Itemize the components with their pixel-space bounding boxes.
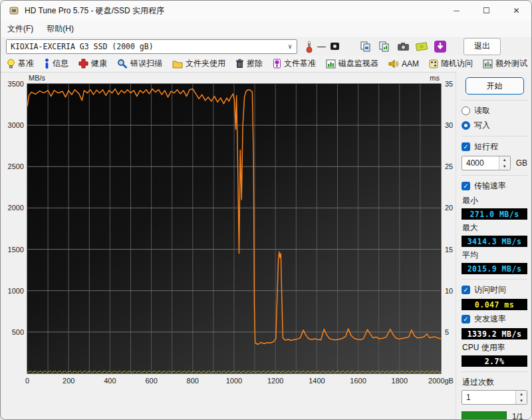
tab-extra-tests[interactable]: 额外测试 [479, 56, 531, 71]
tab-info[interactable]: 信息 [40, 56, 72, 71]
burst-rate-display: 1339.2 MB/s [462, 328, 527, 339]
extra-tests-icon [483, 59, 493, 69]
transfer-rate-option[interactable]: ✓ 传输速率 [462, 180, 527, 192]
trash-icon [235, 59, 244, 69]
tab-error-scan[interactable]: 错误扫描 [113, 56, 166, 71]
svg-text:800: 800 [187, 377, 199, 385]
tab-aam[interactable]: AAM [384, 57, 423, 71]
access-time-label: 访问时间 [474, 284, 506, 296]
tab-label: AAM [402, 59, 419, 69]
svg-text:600: 600 [145, 377, 157, 385]
camera-icon [397, 41, 410, 52]
write-mode-option[interactable]: 写入 [462, 120, 527, 131]
close-button[interactable]: ✕ [501, 1, 531, 21]
tab-label: 基准 [18, 58, 34, 69]
svg-text:2500: 2500 [8, 162, 24, 170]
tab-disk-monitor[interactable]: 磁盘监视器 [322, 56, 382, 71]
stepper-up-icon[interactable]: ▲ [499, 156, 510, 163]
svg-text:1600: 1600 [350, 377, 366, 385]
transfer-rate-label: 传输速率 [474, 180, 506, 192]
folder-icon [172, 59, 183, 69]
menu-help[interactable]: 帮助(H) [40, 21, 80, 37]
svg-text:1000: 1000 [8, 287, 24, 295]
svg-text:MB/s: MB/s [29, 74, 46, 82]
svg-text:1400: 1400 [309, 377, 325, 385]
tab-label: 信息 [53, 58, 68, 69]
tab-label: 随机访问 [441, 58, 473, 69]
dice-icon [429, 59, 438, 69]
svg-text:2000gB: 2000gB [428, 377, 454, 385]
read-label: 读取 [474, 105, 490, 116]
stepper-down-icon[interactable]: ▼ [516, 397, 527, 404]
short-stroke-option[interactable]: ✓ 短行程 [462, 141, 527, 152]
start-button[interactable]: 开始 [466, 77, 524, 95]
screenshot-button[interactable] [394, 39, 412, 55]
window-title: HD Tune Pro 5.75 - 硬盘/SSD 实用程序 [25, 5, 164, 17]
checkbox-short-stroke[interactable]: ✓ [462, 142, 470, 151]
tab-label: 文件基准 [284, 58, 316, 69]
avg-label: 平均 [462, 250, 527, 261]
cpu-usage-label: CPU 使用率 [462, 342, 527, 353]
checkbox-transfer-rate[interactable]: ✓ [462, 182, 470, 190]
thermometer-icon [305, 40, 313, 53]
pass-count-value: 1 [462, 393, 515, 402]
copy-image-button[interactable] [357, 39, 374, 55]
capacity-value: 4000 [462, 158, 499, 168]
pass-count-stepper[interactable]: 1 ▲▼ [462, 390, 527, 405]
device-select[interactable]: KIOXIA-EXCERIA G3 SSD (2000 gB) ∨ [6, 39, 297, 54]
app-icon [9, 5, 19, 16]
svg-text:1800: 1800 [392, 377, 408, 385]
tab-file-benchmark[interactable]: 文件基准 [269, 56, 320, 71]
update-button[interactable] [432, 39, 449, 55]
exit-button[interactable]: 退出 [464, 38, 501, 55]
svg-text:0: 0 [25, 377, 29, 385]
menu-file[interactable]: 文件(F) [1, 21, 40, 37]
benchmark-chart: MB/sms3500300025002000150010005003530252… [1, 73, 456, 395]
tab-random-access[interactable]: 随机访问 [425, 56, 477, 71]
capacity-stepper[interactable]: 4000 ▲▼ [462, 156, 511, 170]
tabbar: 基准 信息 健康 错误扫描 文件夹使用 擦除 文件基准 磁盘监视器 [1, 55, 531, 73]
stepper-up-icon[interactable]: ▲ [516, 391, 527, 397]
svg-text:35: 35 [445, 80, 453, 88]
minimize-button[interactable]: ─ [442, 1, 471, 21]
stepper-down-icon[interactable]: ▼ [499, 163, 510, 170]
tab-label: 错误扫描 [130, 58, 162, 69]
read-mode-option[interactable]: 读取 [462, 105, 527, 116]
svg-text:25: 25 [445, 162, 453, 170]
tab-health[interactable]: 健康 [74, 56, 111, 71]
svg-text:1200: 1200 [267, 377, 283, 385]
checkbox-access-time[interactable]: ✓ [462, 286, 470, 294]
maximize-button[interactable]: ☐ [471, 1, 501, 21]
access-time-option[interactable]: ✓ 访问时间 [462, 284, 527, 296]
svg-text:ms: ms [430, 74, 440, 82]
settings-panel: 开始 读取 写入 ✓ 短行程 4000 ▲▼ GB ✓ 传输速率 最小 271.… [456, 72, 532, 420]
temperature-indicator: — [305, 40, 340, 53]
svg-text:500: 500 [12, 328, 24, 336]
burst-rate-option[interactable]: ✓ 突发速率 [462, 314, 527, 325]
radio-write[interactable] [462, 121, 470, 130]
copy-report-button[interactable] [376, 39, 393, 55]
checkbox-burst-rate[interactable]: ✓ [462, 315, 470, 323]
svg-text:3500: 3500 [8, 80, 24, 88]
device-temp-icon [330, 41, 340, 51]
info-icon [44, 59, 50, 69]
progress-label: 1/1 [512, 412, 523, 420]
file-benchmark-icon [273, 59, 281, 69]
svg-text:1500: 1500 [8, 246, 24, 254]
svg-text:10: 10 [445, 287, 453, 295]
tab-label: 额外测试 [495, 58, 527, 69]
tab-folder-usage[interactable]: 文件夹使用 [168, 56, 229, 71]
speaker-icon [388, 59, 399, 69]
tab-benchmark[interactable]: 基准 [3, 56, 38, 71]
tab-erase[interactable]: 擦除 [231, 56, 267, 71]
min-label: 最小 [462, 195, 527, 206]
capacity-unit: GB [516, 158, 527, 168]
svg-text:200: 200 [63, 377, 74, 385]
device-selected-value: KIOXIA-EXCERIA G3 SSD (2000 gB) [7, 42, 288, 51]
donate-button[interactable] [413, 39, 430, 55]
update-download-icon [434, 40, 447, 53]
radio-read[interactable] [462, 106, 470, 115]
svg-text:20: 20 [445, 204, 453, 212]
cpu-usage-display: 2.7% [462, 355, 527, 367]
access-time-display: 0.047 ms [462, 299, 527, 310]
